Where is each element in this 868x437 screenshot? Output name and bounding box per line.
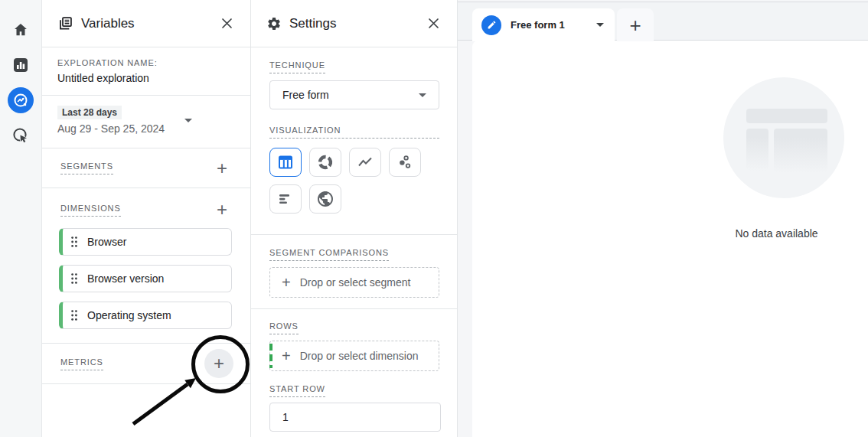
segment-drop-text: Drop or select segment (300, 276, 411, 289)
edit-pencil-icon[interactable] (481, 15, 501, 35)
geo-map-icon (316, 190, 334, 208)
rows-section: ROWS + Drop or select dimension START RO… (251, 309, 457, 432)
placeholder-table-header (746, 109, 827, 123)
table-icon (276, 153, 295, 171)
segment-comparisons-section: SEGMENT COMPARISONS + Drop or select seg… (251, 235, 457, 309)
chevron-down-icon[interactable] (184, 119, 192, 122)
variables-close-button[interactable] (217, 14, 237, 34)
variables-panel-header: Variables (42, 0, 250, 47)
nav-explore-button[interactable] (8, 87, 34, 113)
dimension-drop-zone[interactable]: + Drop or select dimension (269, 341, 439, 371)
placeholder-table-column (774, 129, 827, 173)
visualization-options (269, 148, 445, 214)
plus-icon: + (629, 15, 641, 35)
technique-value: Free form (282, 89, 329, 101)
metrics-label: METRICS (60, 357, 103, 370)
gear-icon (266, 16, 282, 31)
exploration-name-label: EXPLORATION NAME: (57, 58, 235, 67)
segment-comparisons-label: SEGMENT COMPARISONS (269, 248, 389, 261)
bar-chart-icon (13, 57, 28, 73)
date-preset-badge: Last 28 days (57, 106, 122, 119)
add-metric-button[interactable]: + (204, 349, 233, 378)
date-range-selector[interactable]: Last 28 days Aug 29 - Sep 25, 2024 (42, 96, 250, 148)
dimensions-label: DIMENSIONS (60, 204, 121, 217)
tab-free-form-1[interactable]: Free form 1 (472, 8, 615, 41)
nav-home-button[interactable] (8, 17, 34, 43)
segments-section: SEGMENTS + (42, 148, 250, 188)
donut-chart-icon (316, 153, 334, 171)
viz-geo-map-button[interactable] (309, 184, 341, 214)
visualization-label: VISUALIZATION (269, 126, 439, 139)
canvas-sheet: No data available (472, 41, 868, 437)
settings-panel-header: Settings (251, 0, 457, 47)
dimension-chip-browser-version[interactable]: Browser version (59, 265, 232, 292)
settings-panel-title: Settings (289, 16, 336, 31)
explore-icon (12, 92, 29, 109)
drag-handle-icon[interactable] (70, 272, 78, 285)
viz-donut-chart-button[interactable] (309, 148, 341, 177)
dimension-chip-label: Browser version (87, 272, 164, 285)
empty-state-text: No data available (735, 227, 817, 240)
close-icon (428, 18, 439, 29)
tab-label: Free form 1 (511, 19, 565, 31)
plus-icon: + (282, 348, 291, 364)
dimension-chip-label: Operating system (87, 309, 171, 321)
drag-handle-icon[interactable] (70, 236, 78, 248)
date-range-text: Aug 29 - Sep 25, 2024 (57, 122, 165, 135)
nav-reports-button[interactable] (8, 52, 34, 78)
viz-line-chart-button[interactable] (349, 148, 381, 177)
metrics-section: METRICS + (42, 344, 250, 384)
left-nav (0, 0, 42, 437)
rows-drop-text: Drop or select dimension (300, 350, 419, 362)
segment-drop-zone[interactable]: + Drop or select segment (269, 267, 439, 298)
rows-label: ROWS (269, 321, 299, 334)
empty-state-graphic (723, 77, 844, 198)
drag-handle-icon[interactable] (70, 309, 78, 321)
variables-icon (57, 15, 73, 31)
bar-chart-icon (276, 190, 295, 208)
dimensions-section: DIMENSIONS + Browser Browser version Ope… (42, 188, 250, 344)
variables-panel-title: Variables (81, 16, 135, 31)
technique-section: TECHNIQUE Free form VISUALIZATION (251, 47, 457, 235)
dimension-chip-label: Browser (87, 236, 126, 248)
advertising-icon (11, 126, 30, 145)
viz-scatter-plot-button[interactable] (389, 148, 421, 177)
chevron-down-icon[interactable] (596, 23, 604, 27)
line-chart-icon (356, 153, 374, 171)
viz-bar-chart-button[interactable] (269, 184, 302, 214)
technique-select[interactable]: Free form (269, 80, 439, 109)
green-dashes-indicator (269, 344, 272, 368)
technique-label: TECHNIQUE (269, 60, 325, 73)
settings-panel: Settings TECHNIQUE Free form VISUALIZATI… (251, 0, 458, 437)
add-tab-button[interactable]: + (617, 8, 654, 41)
segments-label: SEGMENTS (60, 161, 113, 174)
dimension-chip-operating-system[interactable]: Operating system (59, 302, 232, 329)
add-segment-button[interactable]: + (217, 159, 227, 178)
plus-icon: + (282, 275, 291, 290)
close-icon (221, 18, 233, 29)
variables-panel: Variables EXPLORATION NAME: Untitled exp… (42, 0, 251, 437)
start-row-label: START ROW (269, 384, 325, 397)
plus-icon: + (214, 354, 224, 373)
chevron-down-icon (419, 93, 426, 97)
viz-table-button[interactable] (269, 148, 302, 177)
exploration-name-section: EXPLORATION NAME: Untitled exploration (42, 47, 250, 96)
scatter-plot-icon (396, 153, 414, 171)
home-icon (12, 21, 29, 38)
settings-close-button[interactable] (423, 14, 443, 34)
canvas-area: No data available Free form 1 + (458, 0, 868, 437)
exploration-name-value[interactable]: Untitled exploration (57, 72, 235, 84)
add-dimension-button[interactable]: + (217, 201, 227, 219)
dimension-chip-browser[interactable]: Browser (59, 228, 232, 256)
start-row-input[interactable] (269, 403, 441, 432)
nav-advertising-button[interactable] (8, 122, 34, 148)
placeholder-table-column (746, 129, 768, 171)
